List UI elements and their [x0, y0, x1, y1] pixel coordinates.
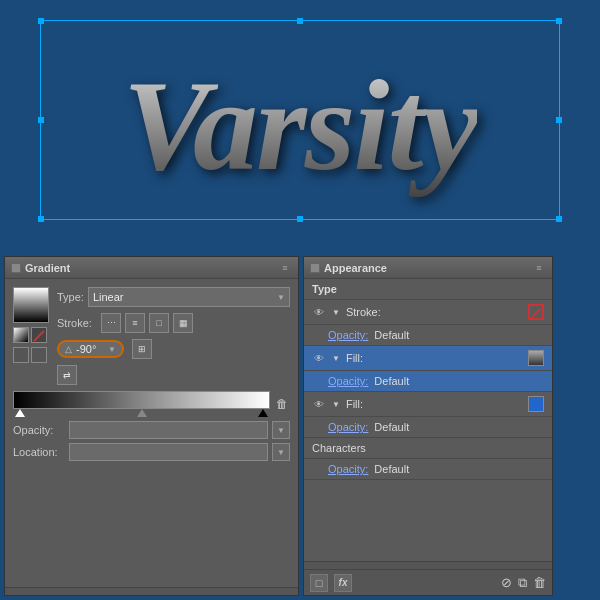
stroke-opacity-row: Opacity: Default — [304, 325, 552, 346]
appearance-panel-scrollbar[interactable] — [304, 561, 552, 569]
handle-tc[interactable] — [297, 18, 303, 24]
opacity-input[interactable] — [69, 421, 268, 439]
fill1-opacity-row: Opacity: Default — [304, 371, 552, 392]
fill2-swatch[interactable] — [528, 396, 544, 412]
opacity-row: Opacity: ▼ — [13, 421, 290, 439]
characters-opacity-link[interactable]: Opacity: — [328, 463, 368, 475]
fill1-expand-button[interactable]: ▼ — [332, 354, 340, 363]
location-arrow[interactable]: ▼ — [272, 443, 290, 461]
gradient-stop-mid[interactable] — [137, 409, 147, 417]
delete-stop-button[interactable]: 🗑 — [274, 396, 290, 412]
no-icon[interactable]: ⊘ — [501, 575, 512, 590]
gradient-panel-body: Type: Linear ▼ Stroke: ⋯ ≡ □ ▦ — [5, 279, 298, 473]
type-row: Type: Linear ▼ — [57, 287, 290, 307]
location-row: Location: ▼ — [13, 443, 290, 461]
type-header-row: Type — [304, 279, 552, 300]
fill2-appearance-row: 👁 ▼ Fill: — [304, 392, 552, 417]
handle-tl[interactable] — [38, 18, 44, 24]
gradient-stop-left[interactable] — [15, 409, 25, 417]
fill1-appearance-row: 👁 ▼ Fill: — [304, 346, 552, 371]
type-label: Type: — [57, 291, 84, 303]
stroke-btn-1[interactable]: ⋯ — [101, 313, 121, 333]
fill2-visibility-toggle[interactable]: 👁 — [312, 397, 326, 411]
handle-mr[interactable] — [556, 117, 562, 123]
stroke-btn-2[interactable]: ≡ — [125, 313, 145, 333]
reverse-gradient-btn[interactable]: ⇄ — [57, 365, 77, 385]
stroke-row-label: Stroke: — [346, 306, 522, 318]
appearance-menu-button[interactable]: ≡ — [532, 261, 546, 275]
gradient-type-select[interactable]: Linear ▼ — [88, 287, 290, 307]
duplicate-icon[interactable]: ⧉ — [518, 575, 527, 591]
angle-icon: △ — [65, 344, 72, 354]
stroke-expand-button[interactable]: ▼ — [332, 308, 340, 317]
gradient-panel-header: Gradient ≡ — [5, 257, 298, 279]
gradient-type-arrow: ▼ — [277, 293, 285, 302]
appearance-close-button[interactable] — [310, 263, 320, 273]
location-label: Location: — [13, 446, 65, 458]
handle-br[interactable] — [556, 216, 562, 222]
color-icon-2[interactable] — [31, 347, 47, 363]
stroke-appearance-row: 👁 ▼ Stroke: — [304, 300, 552, 325]
fill2-opacity-value: Default — [374, 421, 409, 433]
new-item-button[interactable]: □ — [310, 574, 328, 592]
stroke-btn-4[interactable]: ▦ — [173, 313, 193, 333]
fill2-opacity-link[interactable]: Opacity: — [328, 421, 368, 433]
stroke-visibility-toggle[interactable]: 👁 — [312, 305, 326, 319]
appearance-panel-header: Appearance ≡ — [304, 257, 552, 279]
stroke-opacity-link[interactable]: Opacity: — [328, 329, 368, 341]
stroke-row: Stroke: ⋯ ≡ □ ▦ — [57, 313, 290, 333]
angle-extra-btn[interactable]: ⊞ — [132, 339, 152, 359]
characters-row: Characters — [304, 438, 552, 459]
fill2-row-label: Fill: — [346, 398, 522, 410]
gradient-swatch[interactable] — [13, 287, 49, 323]
gradient-type-value: Linear — [93, 291, 124, 303]
handle-ml[interactable] — [38, 117, 44, 123]
varsity-text: Varsity — [123, 50, 477, 200]
angle-input-box[interactable]: △ -90° ▼ — [57, 340, 124, 358]
gradient-bar-wrapper — [13, 391, 270, 417]
canvas-area: Varsity — [0, 0, 600, 250]
location-input[interactable] — [69, 443, 268, 461]
gradient-type-icon[interactable] — [13, 327, 29, 343]
type-header-label: Type — [312, 283, 337, 295]
opacity-arrow[interactable]: ▼ — [272, 421, 290, 439]
characters-label: Characters — [312, 442, 544, 454]
appearance-panel: Appearance ≡ Type 👁 ▼ Stroke: Opacity: D… — [303, 256, 553, 596]
stroke-label: Stroke: — [57, 317, 97, 329]
fx-button[interactable]: fx — [334, 574, 352, 592]
gradient-bar[interactable] — [13, 391, 270, 409]
fill1-opacity-value: Default — [374, 375, 409, 387]
gradient-stop-right[interactable] — [258, 409, 268, 417]
gradient-close-button[interactable] — [11, 263, 21, 273]
delete-icon[interactable]: 🗑 — [533, 575, 546, 590]
appearance-panel-title: Appearance — [324, 262, 528, 274]
handle-bl[interactable] — [38, 216, 44, 222]
opacity-label: Opacity: — [13, 424, 65, 436]
stroke-btn-3[interactable]: □ — [149, 313, 169, 333]
stroke-opacity-value: Default — [374, 329, 409, 341]
gradient-menu-button[interactable]: ≡ — [278, 261, 292, 275]
panels-area: Gradient ≡ — [0, 252, 600, 600]
fill1-swatch[interactable] — [528, 350, 544, 366]
fill2-opacity-row: Opacity: Default — [304, 417, 552, 438]
stroke-diagonal-icon[interactable] — [31, 327, 47, 343]
gradient-panel-scrollbar[interactable] — [5, 587, 298, 595]
angle-value: -90° — [76, 343, 104, 355]
fill2-expand-button[interactable]: ▼ — [332, 400, 340, 409]
characters-opacity-row: Opacity: Default — [304, 459, 552, 480]
fill1-opacity-link[interactable]: Opacity: — [328, 375, 368, 387]
fill1-row-label: Fill: — [346, 352, 522, 364]
gradient-bar-row: 🗑 — [13, 391, 290, 417]
gradient-panel: Gradient ≡ — [4, 256, 299, 596]
angle-dropdown-arrow: ▼ — [108, 345, 116, 354]
characters-opacity-value: Default — [374, 463, 409, 475]
appearance-toolbar: □ fx ⊘ ⧉ 🗑 — [304, 569, 552, 595]
handle-bc[interactable] — [297, 216, 303, 222]
gradient-panel-title: Gradient — [25, 262, 274, 274]
stroke-swatch[interactable] — [528, 304, 544, 320]
color-icon-1[interactable] — [13, 347, 29, 363]
handle-tr[interactable] — [556, 18, 562, 24]
angle-row: △ -90° ▼ ⊞ — [57, 339, 290, 359]
fill1-visibility-toggle[interactable]: 👁 — [312, 351, 326, 365]
